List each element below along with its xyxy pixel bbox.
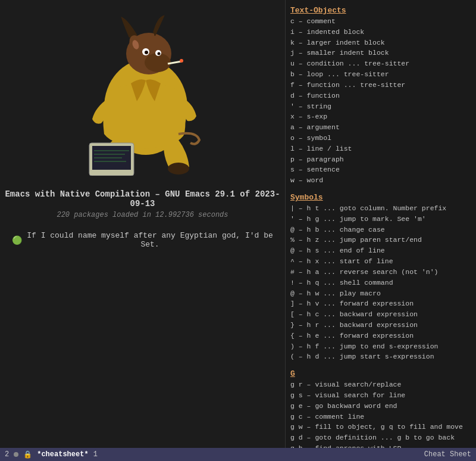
help-item: p – paragraph [290, 154, 471, 165]
help-item: ] – h v ... forward expression [290, 298, 471, 309]
help-item: k – larger indent block [290, 38, 471, 48]
help-item: j – smaller indent block [290, 48, 471, 58]
help-item: a – argument [290, 122, 471, 133]
help-item: g c – comment line [290, 412, 471, 422]
help-item: l – line / list [290, 144, 471, 154]
help-item: i – indented block [290, 27, 471, 38]
help-item: w – word [290, 175, 471, 186]
packages-loaded-text: 220 packages loaded in 12.992736 seconds [57, 211, 228, 219]
fortune-icon: 🟢 [12, 235, 22, 245]
fortune-message: 🟢 If I could name myself after any Egypt… [0, 231, 285, 249]
status-buffer-num: 1 [93, 450, 98, 459]
svg-point-10 [180, 59, 183, 63]
right-panel: Text-Objects c – comment i – indented bl… [286, 0, 476, 448]
help-item: g e – go backward word end [290, 401, 471, 412]
section-title-symbols: Symbols [290, 193, 471, 202]
help-item: @ – h s ... end of line [290, 245, 471, 256]
status-bar: 2 🔒 *cheatsheet* 1 Cheat Sheet [0, 448, 476, 461]
help-item: # – h a ... reverse search (not 'n') [290, 267, 471, 278]
help-item: ^ – h x ... start of line [290, 256, 471, 267]
help-item: ' – h g ... jump to mark. See 'm' [290, 214, 471, 225]
help-item: c – comment [290, 16, 471, 27]
svg-point-6 [157, 52, 160, 55]
sections-container: Text-Objects c – comment i – indented bl… [290, 4, 471, 448]
help-item: u – condition ... tree-sitter [290, 58, 471, 69]
help-item: | – h t ... goto column. Number prefix [290, 203, 471, 214]
help-item: @ – h w ... play macro [290, 288, 471, 299]
emacs-title: Emacs with Native Compilation – GNU Emac… [0, 189, 285, 208]
status-filename: *cheatsheet* [37, 450, 88, 459]
help-item: % – h z ... jump paren start/end [290, 235, 471, 245]
help-item: { – h e ... forward expression [290, 331, 471, 341]
help-item: ' – string [290, 101, 471, 112]
help-item: g w – fill to object, g q to fill and mo… [290, 422, 471, 432]
svg-point-12 [168, 163, 189, 175]
section-title-g-commands: G [290, 369, 471, 378]
help-item: ( – h d ... jump start s-expression [290, 351, 471, 362]
fortune-text: If I could name myself after any Egyptia… [27, 231, 273, 249]
status-mode: Cheat Sheet [424, 450, 471, 459]
status-dot [14, 452, 18, 457]
help-item: s – sentence [290, 164, 471, 175]
help-item: b – loop ... tree-sitter [290, 69, 471, 80]
help-item: } – h r ... backward expression [290, 320, 471, 331]
help-item: g d – goto definition ... g b to go back [290, 432, 471, 443]
help-item: [ – h c ... backward expression [290, 309, 471, 320]
status-number: 2 [5, 450, 9, 459]
help-item: f – function ... tree-sitter [290, 80, 471, 91]
help-item: @ – h b ... change case [290, 225, 471, 235]
help-item: d – function [290, 91, 471, 101]
gnu-mascot-image [48, 12, 238, 179]
help-item: ! – h q ... shell command [290, 278, 471, 288]
status-lock-icon: 🔒 [23, 450, 32, 459]
help-item: g r – visual search/replace [290, 379, 471, 390]
svg-point-4 [145, 51, 148, 54]
help-item: g s – visual search for line [290, 390, 471, 401]
section-title-text-objects: Text-Objects [290, 6, 471, 15]
help-item: ) – h f ... jump to end s-expression [290, 341, 471, 352]
help-item: g h – find apropos with LSP [290, 443, 471, 448]
help-item: x – s-exp [290, 111, 471, 122]
left-panel: Emacs with Native Compilation – GNU Emac… [0, 0, 286, 448]
help-item: o – symbol [290, 133, 471, 144]
